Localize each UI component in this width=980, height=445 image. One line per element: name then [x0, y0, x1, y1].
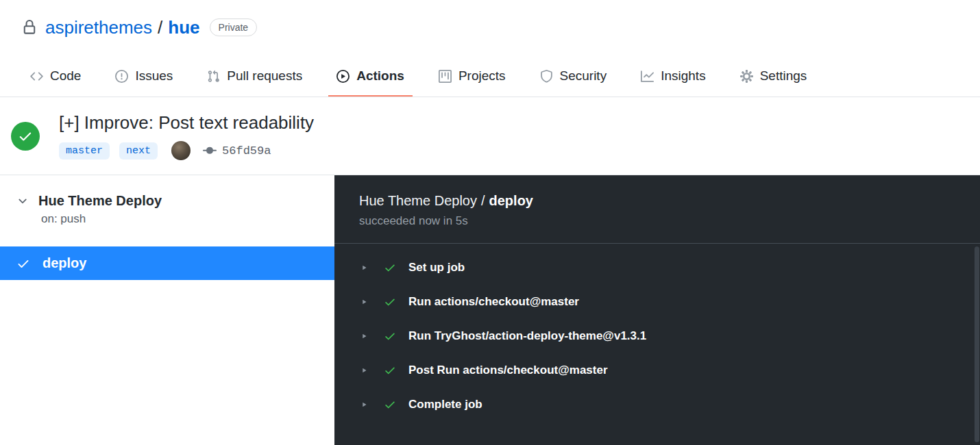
step-name: Post Run actions/checkout@master	[408, 364, 608, 377]
visibility-badge: Private	[210, 18, 258, 37]
code-icon	[30, 70, 43, 83]
run-header: [+] Improve: Post text readability maste…	[0, 97, 980, 175]
breadcrumb: aspirethemes / hue Private	[22, 14, 958, 41]
breadcrumb-repo-link[interactable]: hue	[168, 14, 199, 41]
expand-triangle-icon[interactable]	[359, 366, 369, 375]
tab-security[interactable]: Security	[532, 58, 615, 97]
workflow-group-toggle[interactable]: Hue Theme Deploy	[16, 193, 318, 209]
git-pull-request-icon	[207, 70, 220, 83]
gear-icon	[740, 70, 753, 83]
check-icon	[384, 262, 396, 274]
run-info: [+] Improve: Post text readability maste…	[59, 111, 314, 161]
tab-label: Code	[50, 68, 81, 84]
commit-sha: 56fd59a	[222, 144, 271, 157]
job-list: deploy	[0, 246, 334, 280]
repo-nav: Code Issues Pull requests Actions Projec…	[0, 58, 980, 97]
commit-ref[interactable]: 56fd59a	[203, 144, 271, 157]
step-row[interactable]: Run actions/checkout@master	[334, 285, 980, 319]
check-icon	[384, 296, 396, 308]
play-icon	[336, 70, 350, 83]
check-icon	[384, 364, 396, 377]
tab-insights[interactable]: Insights	[633, 58, 713, 97]
breadcrumb-owner-link[interactable]: aspirethemes	[45, 14, 152, 41]
tab-label: Actions	[356, 68, 404, 84]
step-row[interactable]: Run TryGhost/action-deploy-theme@v1.3.1	[334, 319, 980, 353]
step-row[interactable]: Complete job	[334, 387, 980, 422]
run-status-success-icon	[11, 122, 40, 151]
log-breadcrumb-separator: /	[481, 193, 485, 208]
workflow-head: Hue Theme Deploy on: push	[0, 175, 334, 226]
workflow-sidebar: Hue Theme Deploy on: push deploy	[0, 175, 334, 445]
branch-badge-master[interactable]: master	[59, 142, 110, 160]
breadcrumb-separator: /	[158, 14, 162, 41]
check-icon	[16, 257, 30, 270]
step-row[interactable]: Set up job	[334, 251, 980, 285]
shield-icon	[540, 70, 553, 83]
step-row[interactable]: Post Run actions/checkout@master	[334, 353, 980, 387]
tab-label: Pull requests	[227, 68, 302, 84]
log-job-name: deploy	[489, 193, 533, 208]
project-icon	[439, 70, 452, 83]
log-breadcrumb: Hue Theme Deploy/deploy	[359, 193, 955, 209]
job-item-deploy[interactable]: deploy	[0, 246, 334, 280]
check-icon	[384, 398, 396, 411]
expand-triangle-icon[interactable]	[359, 297, 369, 307]
repo-header: aspirethemes / hue Private	[0, 0, 980, 41]
branch-badge-next[interactable]: next	[119, 142, 158, 160]
tab-actions[interactable]: Actions	[328, 58, 413, 97]
lock-icon	[22, 20, 37, 35]
log-header: Hue Theme Deploy/deploy succeeded now in…	[334, 175, 980, 244]
graph-icon	[641, 70, 654, 83]
log-status-line: succeeded now in 5s	[359, 214, 955, 228]
main-content: Hue Theme Deploy on: push deploy Hue The…	[0, 175, 980, 445]
git-commit-icon	[203, 144, 217, 157]
workflow-trigger: on: push	[41, 212, 318, 226]
tab-issues[interactable]: Issues	[107, 58, 181, 97]
tab-projects[interactable]: Projects	[430, 58, 514, 97]
step-name: Set up job	[408, 261, 465, 275]
run-meta: master next 56fd59a	[59, 140, 314, 161]
log-workflow-name: Hue Theme Deploy	[359, 193, 477, 208]
step-name: Run TryGhost/action-deploy-theme@v1.3.1	[408, 329, 646, 343]
step-list: Set up job Run actions/checkout@master R…	[334, 244, 980, 422]
expand-triangle-icon[interactable]	[359, 331, 369, 341]
run-title: [+] Improve: Post text readability	[59, 111, 314, 134]
check-icon	[384, 330, 396, 342]
tab-label: Security	[560, 68, 607, 84]
tab-label: Settings	[760, 68, 807, 84]
step-name: Run actions/checkout@master	[408, 295, 579, 309]
tab-pull-requests[interactable]: Pull requests	[199, 58, 310, 97]
job-name: deploy	[42, 255, 86, 271]
tab-label: Issues	[135, 68, 173, 84]
expand-triangle-icon[interactable]	[359, 400, 369, 409]
avatar[interactable]	[171, 141, 191, 160]
tab-settings[interactable]: Settings	[732, 58, 816, 97]
log-panel: Hue Theme Deploy/deploy succeeded now in…	[334, 175, 980, 445]
tab-code[interactable]: Code	[22, 58, 89, 97]
workflow-name: Hue Theme Deploy	[38, 193, 162, 209]
chevron-down-icon	[16, 195, 29, 207]
expand-triangle-icon[interactable]	[359, 263, 369, 272]
tab-label: Projects	[458, 68, 506, 84]
tab-label: Insights	[661, 68, 705, 84]
scrollbar[interactable]	[975, 246, 979, 442]
issue-opened-icon	[115, 70, 128, 83]
step-name: Complete job	[408, 398, 482, 411]
